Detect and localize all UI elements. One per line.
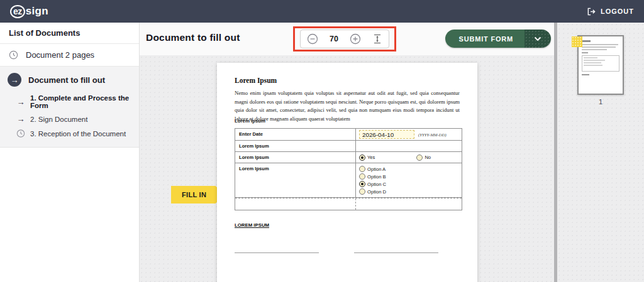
sidebar-step[interactable]: →1. Complete and Process the Form [0,92,139,112]
radio-option[interactable]: Yes [359,155,375,161]
sidebar-steps: →1. Complete and Process the Form→2. Sig… [0,92,139,141]
sidebar-step-label: 2. Sign Document [30,116,87,123]
clock-icon [9,50,18,60]
radio-option[interactable]: Option D [359,188,386,195]
thumbnail-panel: 1 [557,23,644,282]
document-canvas: FILL IN Lorem Ipsum Nemo enim ipsam volu… [140,55,554,282]
radio-unchecked-icon[interactable] [359,188,365,195]
zoom-level-value[interactable]: 70 [330,35,338,43]
signature-line-left [235,252,319,253]
form-row-label: Lorem Ipsum [235,141,356,151]
form-table-row: Lorem Ipsum [235,141,462,152]
arrow-right-icon: → [16,97,25,107]
logout-label: LOGOUT [601,8,634,15]
form-table-row [235,198,462,210]
form-row-value [356,141,462,151]
form-row-label: Lorem Ipsum [235,152,356,163]
zoom-controls: 70 [300,30,389,48]
form-row-label: Lorem Ipsum [235,163,356,197]
arrow-right-icon: → [16,114,25,124]
form-table-row: Lorem IpsumOption AOption BOption COptio… [235,163,462,198]
sidebar-step[interactable]: 3. Reception of the Document [0,126,139,141]
radio-option-label: Option B [367,174,386,180]
date-input-field[interactable]: 2026-04-10 [359,130,414,139]
thumbnail-page-number: 1 [599,98,602,106]
signature-line-right [354,252,438,253]
submit-form-split-button: SUBMIT FORM [445,30,551,48]
zoom-out-button[interactable] [307,33,318,45]
radio-option[interactable]: No [416,155,431,161]
document-subheading: Lorem Ipsum [235,118,265,124]
fill-in-tag-icon [572,36,582,47]
radio-option[interactable]: Option C [359,181,386,187]
radio-option-label: Yes [367,155,375,160]
sidebar-item-document-to-fill-out[interactable]: → Document to fill out [0,67,139,92]
document-heading: Lorem Ipsum [235,77,277,84]
radio-checked-icon[interactable] [359,181,365,187]
radio-option[interactable]: Option A [359,166,386,172]
radio-unchecked-icon[interactable] [359,173,365,180]
submit-form-button[interactable]: SUBMIT FORM [445,30,525,48]
radio-unchecked-icon[interactable] [416,155,423,161]
form-row-value: YesNo [356,152,462,163]
radio-option-label: No [425,155,431,160]
form-table-row: Lorem IpsumYesNo [235,152,462,163]
thumbnail-page-preview [577,35,624,95]
sidebar-step-label: 1. Complete and Process the Form [30,94,133,109]
main-area: Document to fill out 70 [140,23,554,282]
logout-icon [587,7,596,16]
active-arrow-icon: → [8,73,21,87]
clock-icon [16,129,25,138]
logo-sign-text: sign [26,5,48,18]
radio-option-label: Option C [367,182,386,187]
documents-sidebar: List of Documents Document 2 pages → Doc… [0,23,140,282]
radio-checked-icon[interactable] [359,155,365,161]
date-format-hint: (YYYY-MM-DD) [418,133,447,137]
top-navbar: ezsign LOGOUT [0,0,644,23]
logout-button[interactable]: LOGOUT [587,7,634,16]
form-table: Enter Date2026-04-10(YYYY-MM-DD)Lorem Ip… [235,128,462,210]
sidebar-header: List of Documents [0,23,139,44]
sidebar-group-title-label: Document to fill out [28,75,105,85]
radio-option[interactable]: Option B [359,173,386,180]
form-row-value: Option AOption BOption COption D [356,163,462,197]
sidebar-step-label: 3. Reception of the Document [30,130,126,138]
sidebar-item-label: Document 2 pages [26,50,94,60]
red-annotation-box: 70 [293,26,396,52]
document-page: Lorem Ipsum Nemo enim ipsam voluptatem q… [217,63,477,282]
sidebar-group-active-document: → Document to fill out →1. Complete and … [0,67,139,148]
form-row-label [235,198,356,210]
radio-unchecked-icon[interactable] [359,166,365,172]
sidebar-step[interactable]: →2. Sign Document [0,112,139,126]
sidebar-item-document-2-pages[interactable]: Document 2 pages [0,44,139,67]
document-paragraph: Nemo enim ipsam voluptatem quia voluptas… [235,89,460,123]
form-row-value [356,198,462,210]
chevron-down-icon [534,36,541,41]
radio-option-label: Option D [367,189,386,195]
document-toolbar: Document to fill out 70 [140,23,554,55]
document-footer-heading: LOREM IPSUM [235,222,269,228]
form-row-value: 2026-04-10(YYYY-MM-DD) [356,129,462,140]
form-table-row: Enter Date2026-04-10(YYYY-MM-DD) [235,129,462,141]
logo-ez-circle: ez [10,5,25,18]
page-title: Document to fill out [146,32,240,43]
form-row-label: Enter Date [235,129,356,140]
radio-option-label: Option A [367,166,386,172]
fit-height-button[interactable] [372,34,382,44]
ezsign-logo: ezsign [10,5,48,18]
page-thumbnail[interactable] [577,35,624,95]
zoom-in-button[interactable] [350,33,361,45]
submit-dropdown-button[interactable] [525,30,551,48]
